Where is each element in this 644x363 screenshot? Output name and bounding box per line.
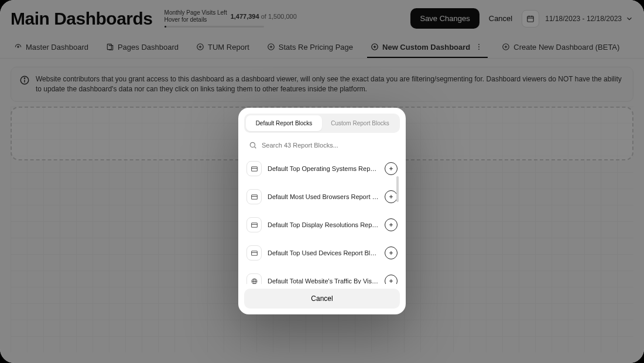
tab-label: Pages Dashboard xyxy=(118,43,179,52)
page-visits-meter[interactable]: Monthly Page Visits Left Hover for detai… xyxy=(165,9,297,28)
tabs-bar: Master Dashboard Pages Dashboard TUM Rep… xyxy=(0,33,644,59)
tab-create-new-dashboard[interactable]: Create New Dashboard (BETA) xyxy=(498,38,623,57)
tab-tum-report[interactable]: TUM Report xyxy=(193,38,253,57)
window-icon xyxy=(246,189,262,204)
modal-item-label: Default Total Website's Traffic By Visit… xyxy=(268,278,379,284)
page-title: Main Dashboards xyxy=(11,9,153,29)
visits-progress-fill xyxy=(165,26,166,28)
visits-label-1: Monthly Page Visits Left xyxy=(165,9,227,16)
modal-scrollbar[interactable] xyxy=(396,176,399,202)
modal-item-label: Default Top Display Resolutions Report B… xyxy=(268,221,379,228)
visits-count: 1,477,394 of 1,500,000 xyxy=(231,13,297,20)
chevron-down-icon xyxy=(625,15,633,23)
tab-label: TUM Report xyxy=(208,43,249,52)
plus-circle-icon xyxy=(502,43,510,51)
tab-label: Create New Dashboard (BETA) xyxy=(513,43,619,52)
tab-pages-dashboard[interactable]: Pages Dashboard xyxy=(102,38,182,57)
search-icon xyxy=(249,141,257,149)
modal-tab-default[interactable]: Default Report Blocks xyxy=(246,115,322,131)
info-banner-text: Website contributors that you grant acce… xyxy=(36,74,625,94)
info-banner: Website contributors that you grant acce… xyxy=(11,67,633,102)
svg-point-22 xyxy=(24,78,25,78)
tab-stats-pricing[interactable]: Stats Re Pricing Page xyxy=(263,38,357,57)
svg-rect-29 xyxy=(251,194,257,199)
report-blocks-modal: Default Report Blocks Custom Report Bloc… xyxy=(238,108,406,314)
svg-rect-4 xyxy=(107,44,111,49)
cancel-button[interactable]: Cancel xyxy=(479,8,522,29)
window-icon xyxy=(246,217,262,232)
modal-item-label: Default Top Used Devices Report Block xyxy=(268,249,379,256)
modal-cancel-button[interactable]: Cancel xyxy=(244,289,400,309)
plus-circle-icon xyxy=(196,43,204,51)
add-block-button[interactable] xyxy=(385,246,398,259)
visits-label-2: Hover for details xyxy=(165,16,227,23)
modal-item: Default Total Website's Traffic By Visit… xyxy=(244,268,400,284)
tab-label: New Custom Dashboard xyxy=(382,43,470,52)
date-range-text: 11/18/2023 - 12/18/2023 xyxy=(545,15,622,23)
visits-of: of xyxy=(261,13,266,20)
more-vertical-icon xyxy=(475,43,483,51)
svg-point-16 xyxy=(478,49,479,50)
modal-item: Default Top Display Resolutions Report B… xyxy=(244,211,400,238)
gauge-icon xyxy=(14,43,22,51)
svg-rect-0 xyxy=(527,16,534,21)
calendar-icon xyxy=(526,15,535,23)
tab-master-dashboard[interactable]: Master Dashboard xyxy=(11,38,92,57)
pages-icon xyxy=(106,43,114,51)
plus-circle-icon xyxy=(267,43,275,51)
add-block-button[interactable] xyxy=(385,218,398,231)
modal-item-label: Default Top Operating Systems Report B..… xyxy=(268,165,379,172)
visits-current: 1,477,394 xyxy=(231,13,259,20)
tab-label: Master Dashboard xyxy=(26,43,88,52)
modal-item: Default Top Operating Systems Report B..… xyxy=(244,155,400,182)
tab-new-custom-dashboard[interactable]: New Custom Dashboard xyxy=(367,37,488,58)
svg-line-24 xyxy=(255,147,256,149)
svg-point-23 xyxy=(250,142,255,147)
modal-tabs: Default Report Blocks Custom Report Bloc… xyxy=(244,114,400,133)
modal-search xyxy=(245,136,399,154)
plus-circle-icon xyxy=(371,43,379,51)
add-block-button[interactable] xyxy=(385,190,398,203)
svg-rect-37 xyxy=(251,251,257,255)
svg-point-15 xyxy=(478,46,479,47)
visits-top-row: Monthly Page Visits Left Hover for detai… xyxy=(165,9,297,23)
add-block-button[interactable] xyxy=(385,162,398,175)
svg-point-14 xyxy=(478,44,479,45)
svg-rect-25 xyxy=(251,166,257,171)
header: Main Dashboards Monthly Page Visits Left… xyxy=(0,0,644,33)
tab-label: Stats Re Pricing Page xyxy=(279,43,353,52)
modal-item-label: Default Most Used Browsers Report Block xyxy=(268,193,379,200)
window-icon xyxy=(246,245,262,261)
modal-tab-custom[interactable]: Custom Report Blocks xyxy=(322,115,398,131)
tab-more-button[interactable] xyxy=(474,42,484,52)
calendar-button[interactable] xyxy=(522,10,539,28)
add-block-button[interactable] xyxy=(385,275,398,284)
save-button[interactable]: Save Changes xyxy=(410,8,479,29)
modal-search-input[interactable] xyxy=(262,142,395,149)
modal-item: Default Top Used Devices Report Block xyxy=(244,239,400,266)
modal-list: Default Top Operating Systems Report B..… xyxy=(244,155,400,284)
globe-icon xyxy=(246,273,262,284)
modal-item: Default Most Used Browsers Report Block xyxy=(244,183,400,210)
app-window: Main Dashboards Monthly Page Visits Left… xyxy=(0,0,644,363)
info-circle-icon xyxy=(19,75,30,85)
visits-total: 1,500,000 xyxy=(268,13,297,20)
date-range-selector[interactable]: 11/18/2023 - 12/18/2023 xyxy=(545,15,633,23)
svg-rect-33 xyxy=(251,222,257,227)
visits-progress-bar xyxy=(165,26,264,28)
window-icon xyxy=(246,161,262,176)
